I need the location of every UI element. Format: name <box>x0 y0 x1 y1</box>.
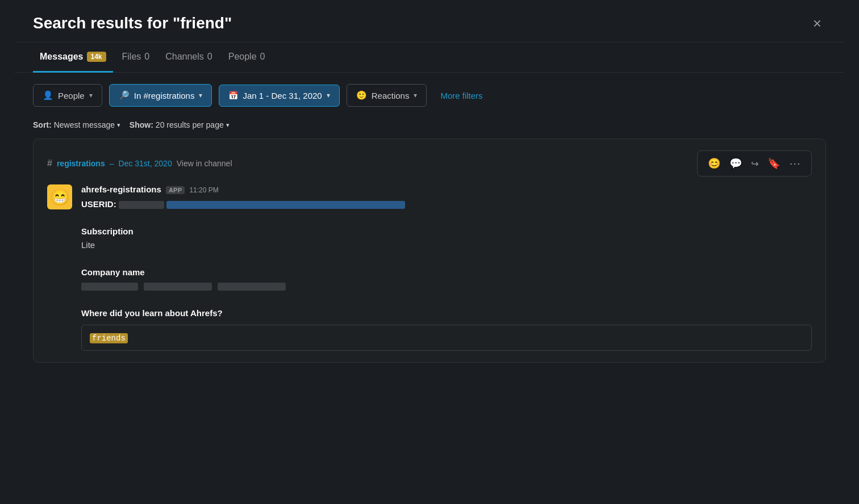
tab-files[interactable]: Files 0 <box>115 43 157 73</box>
sender-row: ahrefs-registrations APP 11:20 PM <box>81 184 812 194</box>
filters-row: 👤 People ▾ 🔎 In #registrations ▾ 📅 Jan 1… <box>15 73 844 118</box>
hash-icon: # <box>47 158 52 169</box>
userid-redacted-2 <box>166 201 405 209</box>
tab-messages-badge: 14k <box>87 52 106 62</box>
show-label: Show: <box>130 120 153 129</box>
channel-filter-label: In #registrations <box>134 91 195 100</box>
channel-date: Dec 31st, 2020 <box>119 159 172 168</box>
people-filter-chevron: ▾ <box>89 91 93 99</box>
date-filter-button[interactable]: 📅 Jan 1 - Dec 31, 2020 ▾ <box>219 85 339 107</box>
modal-title: Search results for "friend" <box>33 14 232 32</box>
calendar-icon: 📅 <box>228 91 238 100</box>
show-value: 20 results per page <box>156 120 224 129</box>
company-redacted-2 <box>144 283 212 291</box>
userid-label: USERID: <box>81 199 116 209</box>
tab-channels-label: Channels <box>165 52 204 62</box>
sender-name: ahrefs-registrations <box>81 184 161 194</box>
sort-chevron: ▾ <box>117 121 120 129</box>
message-body: 😁 ahrefs-registrations APP 11:20 PM USER… <box>47 184 812 351</box>
tabs-bar: Messages 14k Files 0 Channels 0 People 0 <box>15 43 844 73</box>
tab-people[interactable]: People 0 <box>222 43 272 73</box>
show-chevron: ▾ <box>226 121 230 129</box>
search-modal: Search results for "friend" × Messages 1… <box>15 0 844 381</box>
channel-filter-icon: 🔎 <box>119 90 130 100</box>
highlight-word: friends <box>90 333 128 343</box>
bookmark-icon[interactable]: 🔖 <box>764 155 783 172</box>
more-filters-button[interactable]: More filters <box>436 85 487 106</box>
sort-value: Newest message <box>54 120 115 129</box>
modal-header: Search results for "friend" × <box>15 0 844 43</box>
message-content: ahrefs-registrations APP 11:20 PM USERID… <box>81 184 812 351</box>
view-in-channel-link[interactable]: View in channel <box>177 159 232 168</box>
tab-files-label: Files <box>122 52 141 62</box>
reactions-filter-label: Reactions <box>372 91 410 100</box>
message-card: # registrations – Dec 31st, 2020 View in… <box>33 138 826 363</box>
message-actions: 😊 💬 ↪ 🔖 ⋯ <box>697 150 812 177</box>
tab-messages[interactable]: Messages 14k <box>33 43 113 73</box>
subscription-label: Subscription <box>81 226 134 236</box>
avatar: 😁 <box>47 184 72 209</box>
sort-row: Sort: Newest message ▾ Show: 20 results … <box>15 118 844 138</box>
channel-info: # registrations – Dec 31st, 2020 View in… <box>47 158 232 169</box>
company-label: Company name <box>81 267 145 277</box>
app-badge: APP <box>166 186 185 194</box>
learn-label: Where did you learn about Ahrefs? <box>81 308 223 318</box>
tab-people-count: 0 <box>260 52 265 62</box>
people-filter-label: People <box>58 91 85 100</box>
company-redacted-3 <box>218 283 286 291</box>
tab-channels-count: 0 <box>207 52 212 62</box>
message-card-header: # registrations – Dec 31st, 2020 View in… <box>47 150 812 177</box>
people-filter-button[interactable]: 👤 People ▾ <box>33 84 102 107</box>
userid-redacted-1 <box>119 201 164 209</box>
sort-label: Sort: <box>33 120 52 129</box>
subscription-value: Lite <box>81 240 95 250</box>
company-redacted-1 <box>81 283 138 291</box>
channel-name: registrations <box>57 159 105 168</box>
close-button[interactable]: × <box>808 14 826 33</box>
channel-separator: – <box>110 159 114 168</box>
sort-select[interactable]: Newest message ▾ <box>54 120 120 129</box>
channel-filter-chevron: ▾ <box>199 91 202 99</box>
comment-icon[interactable]: 💬 <box>726 155 745 172</box>
message-text: USERID: Subscription Lite Company name <box>81 198 812 351</box>
add-reaction-icon[interactable]: 😊 <box>704 155 724 172</box>
tab-files-count: 0 <box>144 52 149 62</box>
reactions-filter-button[interactable]: 🙂 Reactions ▾ <box>347 84 427 107</box>
channel-filter-button[interactable]: 🔎 In #registrations ▾ <box>109 84 212 107</box>
message-timestamp: 11:20 PM <box>189 186 218 194</box>
tab-people-label: People <box>228 52 257 62</box>
share-icon[interactable]: ↪ <box>748 156 762 171</box>
reactions-filter-chevron: ▾ <box>414 91 417 99</box>
tab-channels[interactable]: Channels 0 <box>159 43 219 73</box>
date-filter-chevron: ▾ <box>327 91 330 99</box>
tab-messages-label: Messages <box>40 52 84 62</box>
show-select[interactable]: 20 results per page ▾ <box>156 120 230 129</box>
highlight-box: friends <box>81 325 812 351</box>
results-area: # registrations – Dec 31st, 2020 View in… <box>15 138 844 381</box>
reactions-filter-icon: 🙂 <box>356 90 367 100</box>
date-filter-label: Jan 1 - Dec 31, 2020 <box>243 91 322 100</box>
more-options-icon[interactable]: ⋯ <box>786 154 804 173</box>
people-filter-icon: 👤 <box>43 90 53 100</box>
